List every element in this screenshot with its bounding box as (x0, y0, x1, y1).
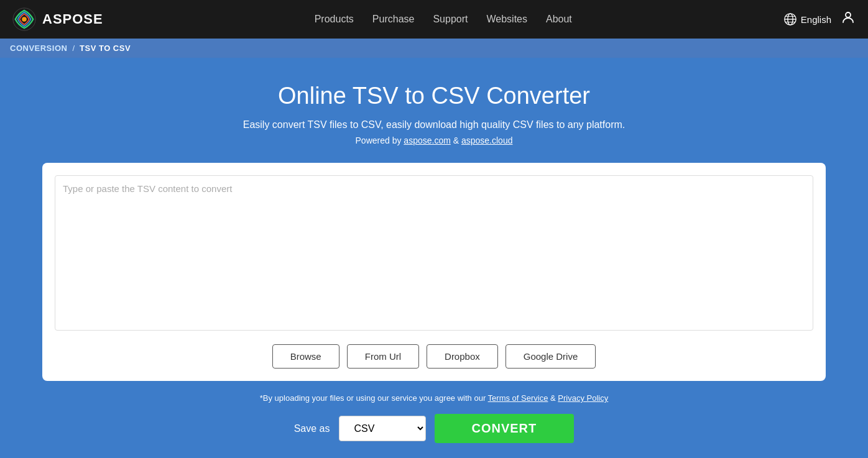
powered-by-prefix: Powered by (356, 135, 404, 145)
nav-websites[interactable]: Websites (486, 14, 527, 25)
dropbox-button[interactable]: Dropbox (427, 344, 498, 369)
aspose-cloud-link[interactable]: aspose.cloud (461, 135, 513, 145)
svg-point-7 (846, 12, 851, 17)
save-as-row: Save as CSV XLS XLSX ODS TSV CONVERT (294, 414, 575, 443)
google-drive-button[interactable]: Google Drive (506, 344, 596, 369)
language-selector[interactable]: English (783, 12, 831, 26)
page-subtitle: Easily convert TSV files to CSV, easily … (243, 119, 626, 131)
from-url-button[interactable]: From Url (347, 344, 419, 369)
page-title: Online TSV to CSV Converter (278, 83, 590, 109)
nav-purchase[interactable]: Purchase (372, 14, 415, 25)
nav-about[interactable]: About (546, 14, 572, 25)
svg-point-1 (22, 17, 27, 22)
save-as-label: Save as (294, 423, 330, 434)
logo-area: ASPOSE (12, 7, 103, 31)
main-content: Online TSV to CSV Converter Easily conve… (0, 58, 868, 458)
main-nav: Products Purchase Support Websites About (315, 14, 572, 25)
logo-text: ASPOSE (42, 11, 103, 27)
nav-support[interactable]: Support (433, 14, 468, 25)
aspose-logo-icon (12, 7, 36, 31)
privacy-policy-link[interactable]: Privacy Policy (558, 393, 608, 403)
upload-buttons-row: Browse From Url Dropbox Google Drive (55, 344, 813, 369)
breadcrumb: CONVERSION / TSV TO CSV (0, 39, 868, 58)
breadcrumb-conversion-link[interactable]: CONVERSION (10, 44, 67, 53)
aspose-com-link[interactable]: aspose.com (404, 135, 450, 145)
header-right: English (783, 10, 856, 29)
user-icon-svg (841, 10, 856, 25)
nav-products[interactable]: Products (315, 14, 354, 25)
terms-of-service-link[interactable]: Terms of Service (488, 393, 548, 403)
powered-by-amp: & (451, 135, 461, 145)
convert-button[interactable]: CONVERT (435, 414, 575, 443)
terms-amp: & (548, 393, 558, 403)
terms-prefix: *By uploading your files or using our se… (260, 393, 488, 403)
user-account-icon[interactable] (841, 10, 856, 29)
browse-button[interactable]: Browse (272, 344, 339, 369)
tsv-input-textarea[interactable] (55, 175, 813, 331)
breadcrumb-separator: / (72, 44, 75, 53)
format-select[interactable]: CSV XLS XLSX ODS TSV (339, 416, 426, 441)
header: ASPOSE Products Purchase Support Website… (0, 0, 868, 39)
terms-text: *By uploading your files or using our se… (260, 393, 609, 403)
language-label: English (801, 14, 831, 25)
globe-icon (783, 12, 797, 26)
breadcrumb-current-page: TSV TO CSV (80, 44, 131, 53)
powered-by-text: Powered by aspose.com & aspose.cloud (356, 135, 513, 145)
converter-box: Browse From Url Dropbox Google Drive (42, 163, 826, 381)
